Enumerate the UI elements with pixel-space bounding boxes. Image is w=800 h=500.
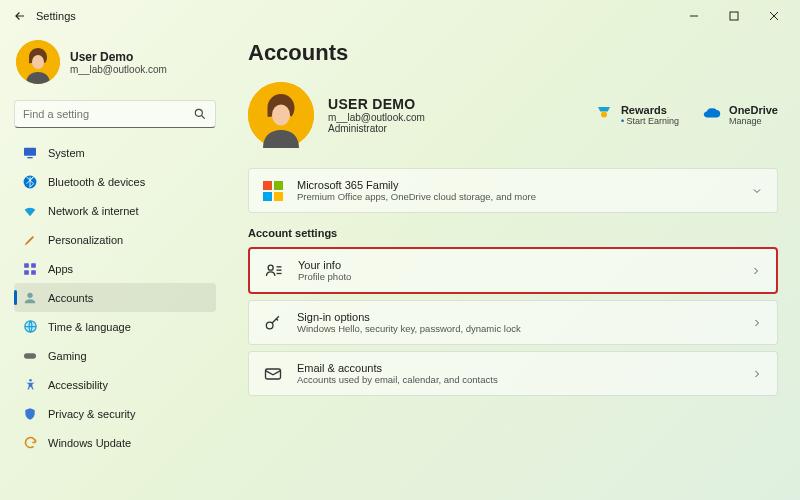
sidebar-item-label: Time & language: [48, 321, 131, 333]
mail-icon: [263, 364, 283, 384]
card-title: Email & accounts: [297, 362, 498, 374]
sidebar-item-label: Windows Update: [48, 437, 131, 449]
account-role: Administrator: [328, 123, 425, 134]
svg-point-18: [601, 112, 607, 118]
chevron-right-icon: [750, 265, 762, 277]
account-email: m__lab@outlook.com: [328, 112, 425, 123]
svg-point-4: [195, 109, 202, 116]
rewards-sub: Start Earning: [621, 116, 679, 126]
bluetooth-icon: [22, 174, 38, 190]
chevron-right-icon: [751, 368, 763, 380]
search-input-wrapper[interactable]: [14, 100, 216, 128]
svg-rect-9: [31, 263, 36, 268]
sidebar-item-label: Accounts: [48, 292, 93, 304]
card-sub: Accounts used by email, calendar, and co…: [297, 374, 498, 385]
svg-rect-14: [24, 353, 36, 358]
page-title: Accounts: [248, 40, 778, 66]
card-sub: Profile photo: [298, 271, 351, 282]
rewards-title: Rewards: [621, 104, 679, 116]
sidebar-user-card[interactable]: User Demo m__lab@outlook.com: [14, 36, 216, 96]
gamepad-icon: [22, 348, 38, 364]
account-header: USER DEMO m__lab@outlook.com Administrat…: [248, 82, 778, 148]
sidebar-item-update[interactable]: Windows Update: [14, 428, 216, 457]
titlebar: Settings: [0, 0, 800, 32]
onedrive-title: OneDrive: [729, 104, 778, 116]
sidebar-item-label: Personalization: [48, 234, 123, 246]
key-icon: [263, 313, 283, 333]
sidebar-item-label: Apps: [48, 263, 73, 275]
m365-sub: Premium Office apps, OneDrive cloud stor…: [297, 191, 536, 202]
sidebar-nav: System Bluetooth & devices Network & int…: [14, 138, 216, 457]
search-icon: [193, 107, 207, 121]
svg-rect-8: [24, 263, 29, 268]
wifi-icon: [22, 203, 38, 219]
person-icon: [22, 290, 38, 306]
onedrive-sub: Manage: [729, 116, 778, 126]
card-email-accounts[interactable]: Email & accountsAccounts used by email, …: [248, 351, 778, 396]
sidebar-user-name: User Demo: [70, 50, 167, 64]
sidebar-item-label: Network & internet: [48, 205, 138, 217]
back-button[interactable]: [6, 2, 34, 30]
shield-icon: [22, 406, 38, 422]
svg-point-23: [266, 322, 273, 329]
minimize-button[interactable]: [674, 2, 714, 30]
onedrive-icon: [703, 104, 721, 122]
card-title: Sign-in options: [297, 311, 521, 323]
your-info-icon: [264, 261, 284, 281]
chevron-down-icon: [751, 185, 763, 197]
search-input[interactable]: [23, 108, 193, 120]
svg-rect-5: [24, 147, 36, 155]
svg-point-15: [29, 379, 32, 382]
card-your-info[interactable]: Your infoProfile photo: [248, 247, 778, 294]
sidebar-item-system[interactable]: System: [14, 138, 216, 167]
m365-card[interactable]: Microsoft 365 FamilyPremium Office apps,…: [248, 168, 778, 213]
system-icon: [22, 145, 38, 161]
update-icon: [22, 435, 38, 451]
globe-icon: [22, 319, 38, 335]
close-button[interactable]: [754, 2, 794, 30]
sidebar-item-label: System: [48, 147, 85, 159]
rewards-icon: [595, 104, 613, 122]
sidebar-item-accessibility[interactable]: Accessibility: [14, 370, 216, 399]
svg-rect-11: [31, 270, 36, 275]
accessibility-icon: [22, 377, 38, 393]
onedrive-tile[interactable]: OneDriveManage: [703, 104, 778, 126]
m365-title: Microsoft 365 Family: [297, 179, 536, 191]
sidebar: User Demo m__lab@outlook.com System Blue…: [0, 32, 230, 500]
avatar: [16, 40, 60, 84]
maximize-button[interactable]: [714, 2, 754, 30]
account-name: USER DEMO: [328, 96, 425, 112]
sidebar-item-personalization[interactable]: Personalization: [14, 225, 216, 254]
svg-point-17: [272, 105, 290, 126]
svg-rect-24: [266, 369, 281, 379]
apps-icon: [22, 261, 38, 277]
sidebar-item-apps[interactable]: Apps: [14, 254, 216, 283]
sidebar-item-label: Bluetooth & devices: [48, 176, 145, 188]
sidebar-item-network[interactable]: Network & internet: [14, 196, 216, 225]
svg-point-12: [27, 292, 32, 297]
card-signin-options[interactable]: Sign-in optionsWindows Hello, security k…: [248, 300, 778, 345]
main-panel: Accounts USER DEMO m__lab@outlook.com Ad…: [230, 32, 800, 500]
rewards-tile[interactable]: RewardsStart Earning: [595, 104, 679, 126]
svg-rect-1: [730, 12, 738, 20]
sidebar-item-time[interactable]: Time & language: [14, 312, 216, 341]
sidebar-item-label: Privacy & security: [48, 408, 135, 420]
brush-icon: [22, 232, 38, 248]
sidebar-user-email: m__lab@outlook.com: [70, 64, 167, 75]
sidebar-item-privacy[interactable]: Privacy & security: [14, 399, 216, 428]
m365-icon: [263, 181, 283, 201]
svg-point-3: [32, 55, 44, 69]
svg-point-19: [268, 265, 273, 270]
chevron-right-icon: [751, 317, 763, 329]
window-title: Settings: [36, 10, 76, 22]
card-title: Your info: [298, 259, 351, 271]
sidebar-item-bluetooth[interactable]: Bluetooth & devices: [14, 167, 216, 196]
svg-rect-10: [24, 270, 29, 275]
card-sub: Windows Hello, security key, password, d…: [297, 323, 521, 334]
sidebar-item-accounts[interactable]: Accounts: [14, 283, 216, 312]
account-avatar: [248, 82, 314, 148]
svg-rect-6: [27, 157, 32, 158]
sidebar-item-gaming[interactable]: Gaming: [14, 341, 216, 370]
sidebar-item-label: Accessibility: [48, 379, 108, 391]
sidebar-item-label: Gaming: [48, 350, 87, 362]
